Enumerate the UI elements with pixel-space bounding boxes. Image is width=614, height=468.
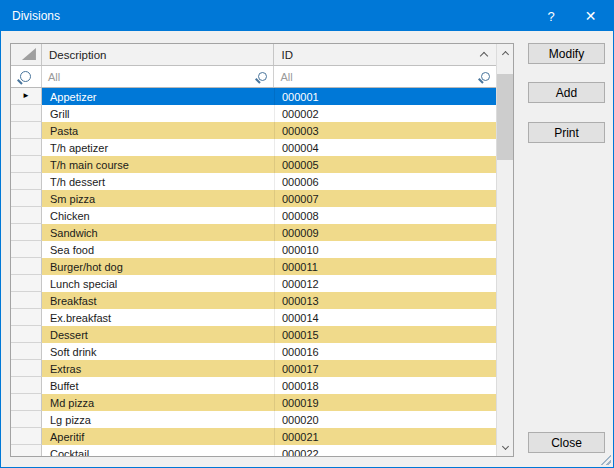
table-row[interactable]: Md pizza 000019 xyxy=(11,394,496,411)
row-description[interactable]: Md pizza xyxy=(42,394,275,411)
row-id[interactable]: 000002 xyxy=(275,105,496,122)
row-selector[interactable] xyxy=(11,394,42,411)
row-description[interactable]: Lunch special xyxy=(42,275,275,292)
row-id[interactable]: 000021 xyxy=(275,428,496,445)
row-selector[interactable] xyxy=(11,445,42,456)
row-selector[interactable] xyxy=(11,156,42,173)
table-row[interactable]: T/h main course 000005 xyxy=(11,156,496,173)
row-description[interactable]: Lg pizza xyxy=(42,411,275,428)
row-description[interactable]: Extras xyxy=(42,360,275,377)
scroll-down-button[interactable] xyxy=(497,439,513,456)
row-selector[interactable] xyxy=(11,292,42,309)
table-row[interactable]: T/h dessert 000006 xyxy=(11,173,496,190)
row-description[interactable]: Grill xyxy=(42,105,275,122)
row-description[interactable]: Cocktail xyxy=(42,445,275,456)
row-id[interactable]: 000006 xyxy=(275,173,496,190)
table-row[interactable]: Lunch special 000012 xyxy=(11,275,496,292)
table-row[interactable]: Soft drink 000016 xyxy=(11,343,496,360)
table-row[interactable]: Buffet 000018 xyxy=(11,377,496,394)
table-row[interactable]: Aperitif 000021 xyxy=(11,428,496,445)
filter-selector-cell[interactable] xyxy=(11,66,42,87)
row-description[interactable]: Sm pizza xyxy=(42,190,275,207)
scrollbar-thumb[interactable] xyxy=(497,74,513,160)
row-selector[interactable] xyxy=(11,173,42,190)
row-description[interactable]: T/h main course xyxy=(42,156,275,173)
close-window-button[interactable]: ✕ xyxy=(568,1,613,31)
row-selector[interactable] xyxy=(11,241,42,258)
row-id[interactable]: 000013 xyxy=(275,292,496,309)
row-description[interactable]: Soft drink xyxy=(42,343,275,360)
grid-corner-cell[interactable] xyxy=(11,44,42,65)
row-selector[interactable] xyxy=(11,377,42,394)
table-row[interactable]: Sm pizza 000007 xyxy=(11,190,496,207)
row-description[interactable]: Pasta xyxy=(42,122,275,139)
table-row[interactable]: Cocktail 000022 xyxy=(11,445,496,456)
column-header-description[interactable]: Description xyxy=(42,44,275,65)
row-description[interactable]: Breakfast xyxy=(42,292,275,309)
close-button[interactable]: Close xyxy=(528,432,605,453)
column-header-id[interactable]: ID xyxy=(274,44,496,65)
row-description[interactable]: Buffet xyxy=(42,377,275,394)
row-description[interactable]: Chicken xyxy=(42,207,275,224)
row-selector[interactable] xyxy=(11,309,42,326)
row-id[interactable]: 000010 xyxy=(275,241,496,258)
filter-id-input[interactable]: All xyxy=(274,66,496,87)
row-selector[interactable] xyxy=(11,360,42,377)
row-description[interactable]: T/h dessert xyxy=(42,173,275,190)
row-id[interactable]: 000001 xyxy=(275,88,496,105)
filter-description-input[interactable]: All xyxy=(42,66,275,87)
help-button[interactable]: ? xyxy=(534,1,568,31)
row-description[interactable]: Burger/hot dog xyxy=(42,258,275,275)
row-description[interactable]: Sea food xyxy=(42,241,275,258)
row-description[interactable]: Aperitif xyxy=(42,428,275,445)
table-row[interactable]: Pasta 000003 xyxy=(11,122,496,139)
row-id[interactable]: 000008 xyxy=(275,207,496,224)
row-description[interactable]: Ex.breakfast xyxy=(42,309,275,326)
row-description[interactable]: T/h apetizer xyxy=(42,139,275,156)
table-row[interactable]: Breakfast 000013 xyxy=(11,292,496,309)
print-button[interactable]: Print xyxy=(528,122,605,143)
add-button[interactable]: Add xyxy=(528,82,605,103)
row-selector[interactable] xyxy=(11,275,42,292)
table-row[interactable]: Lg pizza 000020 xyxy=(11,411,496,428)
row-selector[interactable] xyxy=(11,258,42,275)
row-id[interactable]: 000018 xyxy=(275,377,496,394)
row-id[interactable]: 000022 xyxy=(275,445,496,456)
row-selector[interactable] xyxy=(11,343,42,360)
row-description[interactable]: Dessert xyxy=(42,326,275,343)
row-selector[interactable] xyxy=(11,428,42,445)
table-row[interactable]: Grill 000002 xyxy=(11,105,496,122)
row-id[interactable]: 000005 xyxy=(275,156,496,173)
table-row[interactable]: ► Appetizer 000001 xyxy=(11,88,496,105)
row-selector[interactable] xyxy=(11,190,42,207)
row-id[interactable]: 000003 xyxy=(275,122,496,139)
row-id[interactable]: 000020 xyxy=(275,411,496,428)
row-id[interactable]: 000015 xyxy=(275,326,496,343)
scroll-up-button[interactable] xyxy=(497,44,513,61)
row-description[interactable]: Appetizer xyxy=(42,88,275,105)
table-row[interactable]: Extras 000017 xyxy=(11,360,496,377)
row-selector[interactable] xyxy=(11,411,42,428)
scrollbar-track[interactable] xyxy=(497,61,513,439)
row-selector[interactable] xyxy=(11,224,42,241)
row-id[interactable]: 000009 xyxy=(275,224,496,241)
table-row[interactable]: Burger/hot dog 000011 xyxy=(11,258,496,275)
table-row[interactable]: Sea food 000010 xyxy=(11,241,496,258)
row-selector[interactable] xyxy=(11,105,42,122)
row-id[interactable]: 000017 xyxy=(275,360,496,377)
row-id[interactable]: 000007 xyxy=(275,190,496,207)
row-id[interactable]: 000016 xyxy=(275,343,496,360)
resize-grip[interactable] xyxy=(600,454,611,465)
row-selector[interactable] xyxy=(11,207,42,224)
table-row[interactable]: T/h apetizer 000004 xyxy=(11,139,496,156)
table-row[interactable]: Ex.breakfast 000014 xyxy=(11,309,496,326)
table-row[interactable]: Chicken 000008 xyxy=(11,207,496,224)
row-selector[interactable] xyxy=(11,326,42,343)
row-selector[interactable] xyxy=(11,122,42,139)
vertical-scrollbar[interactable] xyxy=(496,44,513,456)
modify-button[interactable]: Modify xyxy=(528,43,605,64)
row-id[interactable]: 000014 xyxy=(275,309,496,326)
row-description[interactable]: Sandwich xyxy=(42,224,275,241)
row-id[interactable]: 000019 xyxy=(275,394,496,411)
row-selector[interactable]: ► xyxy=(11,88,42,105)
